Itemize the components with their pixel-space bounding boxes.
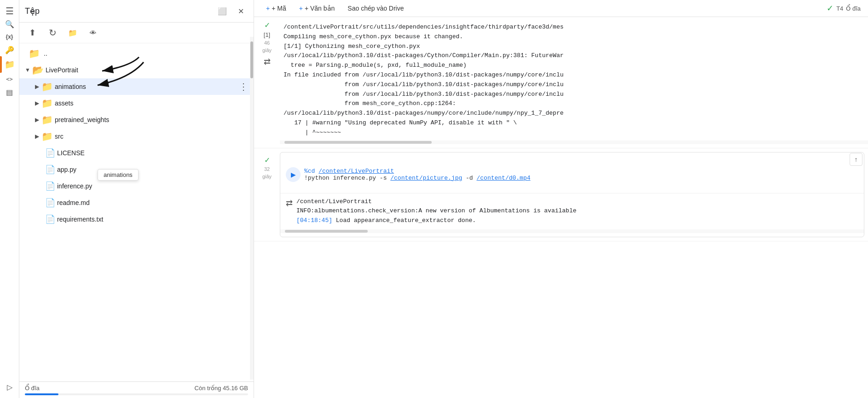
tree-item-src[interactable]: ▶ 📁 src (19, 128, 254, 145)
close-panel-btn[interactable]: ✕ (233, 4, 248, 18)
cell1-time-unit: giây (262, 47, 272, 53)
refresh-btn[interactable]: ↻ (45, 25, 60, 40)
cell-1: ✓ [1] 46 giây ⇄ /content/LivePortrait/sr… (254, 17, 868, 148)
cell2-scrollbar[interactable] (280, 229, 864, 233)
cell2-check-icon: ✓ (264, 156, 270, 164)
chevron-right-icon: ▶ (32, 82, 41, 91)
tree-label-parent: .. (44, 50, 250, 57)
storage-bar-fill (25, 393, 58, 395)
cell2-time: 32 (264, 166, 270, 172)
add-code-label: + Mã (272, 5, 286, 12)
search-icon[interactable]: 🔍 (3, 18, 16, 30)
cell2-time-unit: giây (262, 174, 272, 179)
tree-item-liveportrait[interactable]: ▼ 📂 LivePortrait (19, 62, 254, 78)
folder-open-icon: 📂 (32, 64, 44, 76)
copy-drive-label: Sao chép vào Drive (347, 5, 404, 12)
file-tree-scrollbar[interactable] (250, 37, 254, 380)
cell2-output: ⇄ /content/LivePortrait INFO:albumentati… (280, 193, 864, 229)
status-checkmark-icon: ✓ (827, 3, 833, 13)
terminal-icon[interactable]: ▤ (3, 86, 16, 99)
cell1-scrollbar[interactable] (280, 140, 868, 144)
status-check-area: ✓ T4 Ổ đĩa (827, 3, 861, 13)
cell1-exchange-icon: ⇄ (264, 57, 271, 67)
hide-files-btn[interactable]: 👁 (86, 25, 100, 40)
tree-label-pretrained: pretrained_weights (55, 116, 250, 123)
disk-label: Ổ đĩa (846, 5, 861, 12)
storage-bar-container (25, 393, 248, 395)
add-text-btn[interactable]: + + Văn bản (295, 3, 340, 14)
variable-icon[interactable]: {x} (3, 30, 16, 43)
tree-label-readme: readme.md (57, 199, 250, 206)
output-line-2: INFO:albumentations.check_version:A new … (296, 206, 577, 216)
more-options-btn[interactable]: ⋮ (237, 80, 250, 93)
cell1-check-icon: ✓ (264, 21, 270, 29)
tree-item-requirements[interactable]: 📄 requirements.txt (19, 211, 254, 228)
plus-code-icon: + (266, 5, 270, 12)
folder-icon-assets: 📁 (41, 98, 53, 109)
file-tree: 📁 .. ▼ 📂 LivePortrait ▶ 📁 anima (19, 43, 254, 381)
tree-item-assets[interactable]: ▶ 📁 assets (19, 95, 254, 111)
folder-icon-src: 📁 (41, 131, 53, 142)
animations-tooltip: animations (98, 169, 139, 181)
file-icon-license: 📄 (45, 148, 55, 158)
output-line-1: /content/LivePortrait (296, 197, 577, 207)
tree-item-pretrained[interactable]: ▶ 📁 pretrained_weights (19, 111, 254, 128)
chevron-right-icon-pretrained: ▶ (32, 115, 41, 124)
add-code-btn[interactable]: + + Mã (261, 3, 291, 14)
tree-label-license: LICENSE (57, 149, 250, 157)
cell1-time: 46 (264, 40, 270, 46)
tree-item-readme[interactable]: 📄 readme.md (19, 194, 254, 211)
tree-label-apppy: app.py (57, 166, 250, 173)
file-icon-requirements: 📄 (45, 214, 55, 224)
plus-text-icon: + (299, 5, 303, 12)
file-icon-readme: 📄 (45, 198, 55, 208)
storage-label: Ổ đĩa (25, 385, 40, 392)
output-line-3: [04:18:45] Load appearance_feature_extra… (296, 216, 577, 226)
panel-title: Tệp (25, 6, 211, 16)
command-text: %cd /content/LivePortrait !python infere… (304, 161, 531, 188)
chevron-down-icon: ▼ (23, 65, 32, 75)
run-cell-btn[interactable]: ▶ (286, 167, 301, 182)
cell-2: ↑ ✓ 32 giây ▶ %cd /content/LivePortrait … (254, 148, 868, 241)
code-editor-icon[interactable]: <> (3, 73, 16, 86)
copy-to-drive-btn[interactable]: Sao chép vào Drive (343, 3, 408, 14)
add-folder-btn[interactable]: 📁 (65, 25, 80, 40)
menu-icon[interactable]: ☰ (3, 5, 16, 18)
cell1-output: /content/LivePortrait/src/utils/dependen… (280, 21, 868, 140)
tree-label-inferencepy: inference.py (57, 182, 250, 190)
file-icon-inferencepy: 📄 (45, 181, 55, 191)
output-icon[interactable]: ▷ (3, 380, 16, 393)
tree-label-liveportrait: LivePortrait (46, 66, 250, 74)
tree-label-animations: animations (55, 83, 237, 90)
tree-item-parent[interactable]: 📁 .. (19, 45, 254, 62)
file-icon-apppy: 📄 (45, 164, 55, 175)
upload-btn[interactable]: ⬆ (25, 25, 40, 40)
expand-panel-btn[interactable]: ⬜ (215, 4, 230, 18)
free-space-label: Còn trống 45.16 GB (195, 385, 248, 392)
output-exchange-icon: ⇄ (286, 199, 293, 208)
add-text-label: + Văn bản (305, 5, 335, 12)
scroll-up-btn[interactable]: ↑ (850, 153, 862, 166)
tree-label-assets: assets (55, 100, 250, 107)
chevron-right-icon-assets: ▶ (32, 99, 41, 108)
folder-nav-icon[interactable]: 📁 (0, 56, 19, 73)
folder-icon-animations: 📁 (41, 81, 53, 92)
chevron-right-icon-src: ▶ (32, 132, 41, 141)
tree-label-requirements: requirements.txt (57, 216, 250, 223)
key-icon[interactable]: 🔑 (3, 43, 16, 56)
folder-icon-pretrained: 📁 (41, 114, 53, 125)
ram-label: T4 (836, 5, 843, 12)
folder-icon: 📁 (29, 48, 40, 59)
tree-item-animations[interactable]: ▶ 📁 animations ⋮ (19, 78, 254, 95)
cell1-counter: [1] (264, 31, 270, 38)
tree-item-license[interactable]: 📄 LICENSE (19, 145, 254, 161)
notebook-content: ✓ [1] 46 giây ⇄ /content/LivePortrait/sr… (254, 17, 868, 398)
tree-label-src: src (55, 133, 250, 140)
